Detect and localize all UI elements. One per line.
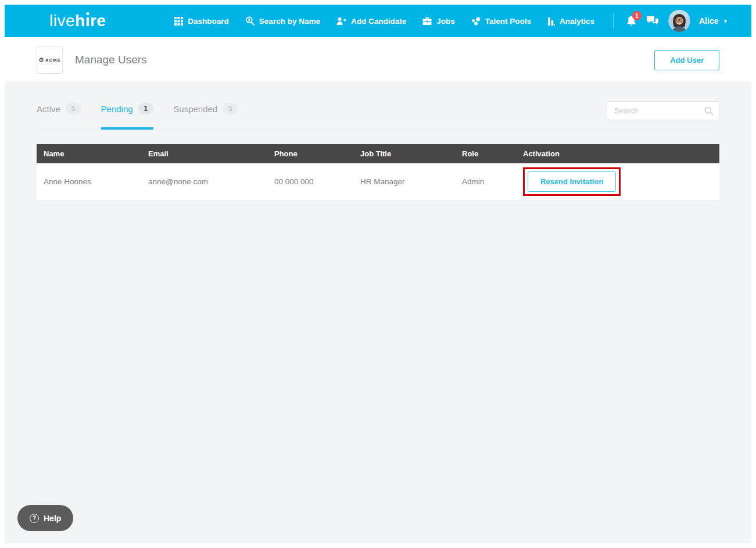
nav-search-by-name[interactable]: Search by Name (245, 16, 320, 26)
help-label: Help (44, 514, 61, 523)
tab-count-badge: 1 (138, 103, 154, 114)
briefcase-icon (422, 17, 432, 26)
page-title: Manage Users (75, 53, 147, 66)
notification-badge: 1 (632, 11, 642, 20)
add-user-button[interactable]: Add User (654, 50, 719, 70)
tab-pending[interactable]: Pending 1 (101, 103, 154, 114)
nav-label: Dashboard (188, 17, 229, 26)
tabs-row: Active 5 Pending 1 Suspended 5 (37, 103, 719, 130)
nav-add-candidate[interactable]: Add Candidate (336, 17, 406, 26)
livehire-logo[interactable]: livehıre (49, 12, 106, 30)
search-input[interactable] (607, 101, 719, 120)
cell-email: anne@none.com (141, 163, 267, 200)
tab-active[interactable]: Active 5 (37, 103, 81, 114)
users-table: Name Email Phone Job Title Role Activati… (37, 144, 719, 200)
tab-label: Suspended (173, 104, 217, 114)
nav-jobs[interactable]: Jobs (422, 17, 455, 26)
red-annotation-box: Resend Invitation (523, 167, 621, 196)
tab-label: Pending (101, 104, 133, 114)
tab-count-badge: 5 (223, 103, 238, 114)
nav-label: Search by Name (259, 17, 320, 26)
col-phone: Phone (267, 144, 353, 163)
nav-label: Talent Pools (485, 17, 531, 26)
logo-bold-part: hıre (75, 12, 106, 30)
topbar-divider (613, 13, 614, 28)
gear-globe-icon: ⚙ (38, 57, 44, 63)
help-button[interactable]: ? Help (17, 505, 73, 531)
table-header: Name Email Phone Job Title Role Activati… (37, 144, 719, 163)
person-add-icon (336, 17, 346, 26)
col-name: Name (37, 144, 141, 163)
notifications-bell-icon[interactable]: 1 (626, 15, 637, 27)
user-name[interactable]: Alice (699, 16, 718, 26)
cell-phone: 00 000 000 (267, 163, 353, 200)
search-person-icon (245, 16, 255, 26)
top-navigation-bar: livehıre Dashboard Search by Name Add Ca… (5, 5, 751, 37)
tabs: Active 5 Pending 1 Suspended 5 (37, 103, 238, 130)
nav-label: Add Candidate (351, 17, 406, 26)
cell-role: Admin (455, 163, 516, 200)
col-activation: Activation (516, 144, 719, 163)
col-email: Email (141, 144, 267, 163)
talent-pools-icon (471, 17, 481, 26)
table-row: Anne Honnes anne@none.com 00 000 000 HR … (37, 163, 719, 200)
search-box (607, 101, 719, 120)
question-mark-icon: ? (30, 514, 39, 523)
nav-label: Analytics (560, 17, 594, 26)
nav-label: Jobs (436, 17, 455, 26)
cell-activation: Resend Invitation (516, 163, 719, 200)
bar-chart-icon (547, 17, 555, 26)
messages-chat-icon[interactable] (646, 15, 660, 27)
topbar-right-cluster: 1 Alice ▾ (610, 10, 727, 32)
nav-analytics[interactable]: Analytics (547, 17, 594, 26)
main-nav: Dashboard Search by Name Add Candidate J… (174, 16, 594, 26)
logo-person-i: ı (85, 12, 90, 30)
chevron-down-icon[interactable]: ▾ (723, 17, 727, 25)
nav-talent-pools[interactable]: Talent Pools (471, 17, 531, 26)
tab-suspended[interactable]: Suspended 5 (173, 103, 238, 114)
resend-invitation-button[interactable]: Resend Invitation (528, 171, 616, 192)
content-area: Active 5 Pending 1 Suspended 5 (5, 83, 751, 543)
company-logo: ⚙ ACME (37, 46, 63, 74)
col-job-title: Job Title (353, 144, 455, 163)
app-page: livehıre Dashboard Search by Name Add Ca… (5, 5, 751, 543)
tab-count-badge: 5 (66, 103, 81, 114)
cell-job-title: HR Manager (353, 163, 455, 200)
user-avatar[interactable] (668, 10, 690, 32)
col-role: Role (455, 144, 516, 163)
tab-label: Active (37, 104, 60, 114)
nav-dashboard[interactable]: Dashboard (174, 17, 229, 26)
page-header: ⚙ ACME Manage Users Add User (5, 37, 751, 83)
company-logo-text: ACME (45, 58, 61, 63)
logo-light-part: live (49, 12, 75, 30)
grid-icon (174, 17, 183, 26)
cell-name: Anne Honnes (37, 163, 141, 200)
